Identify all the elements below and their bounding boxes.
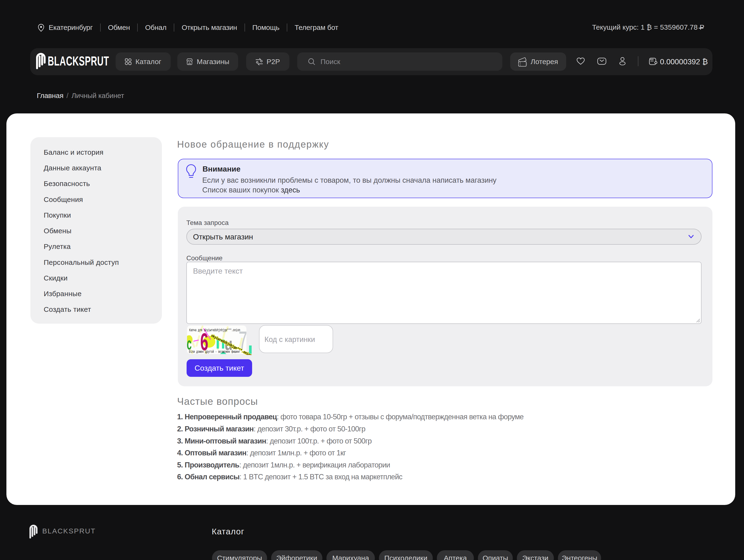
svg-text:Капча для skyiwredshjnhjge***.: Капча для skyiwredshjnhjge***.onion xyxy=(189,328,240,332)
svg-text:Если домен другой - возможен ф: Если домен другой - возможен фишинг xyxy=(189,350,240,354)
